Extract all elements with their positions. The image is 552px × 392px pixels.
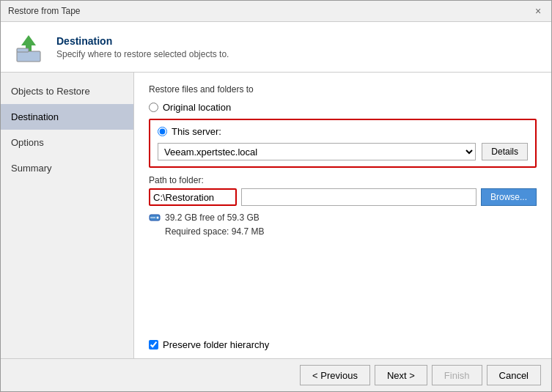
body-area: Objects to Restore Destination Options S… [1, 73, 551, 358]
header-icon [11, 29, 46, 64]
original-location-label[interactable]: Original location [163, 102, 231, 113]
footer: < Previous Next > Finish Cancel [1, 358, 551, 391]
section-label: Restore files and folders to [149, 84, 537, 95]
finish-button[interactable]: Finish [432, 365, 482, 385]
server-select[interactable]: Veeam.xpertstec.local [158, 143, 476, 160]
header-text: Destination Specify where to restore sel… [56, 35, 229, 59]
cancel-button[interactable]: Cancel [487, 365, 541, 385]
disk-icon [149, 212, 161, 223]
this-server-label[interactable]: This server: [172, 126, 221, 137]
sidebar-item-summary[interactable]: Summary [1, 155, 133, 181]
sidebar-item-options[interactable]: Options [1, 130, 133, 155]
preserve-label[interactable]: Preserve folder hierarchy [163, 339, 269, 350]
sidebar-item-objects-to-restore[interactable]: Objects to Restore [1, 78, 133, 104]
dialog: Restore from Tape × Destination Specify … [0, 0, 552, 392]
sidebar-item-destination[interactable]: Destination [1, 104, 133, 130]
original-location-radio[interactable] [149, 103, 158, 112]
header-title: Destination [56, 35, 229, 47]
this-server-row: This server: [158, 126, 528, 137]
svg-point-4 [157, 217, 159, 219]
original-location-row: Original location [149, 102, 537, 113]
header-area: Destination Specify where to restore sel… [1, 22, 551, 73]
sidebar: Objects to Restore Destination Options S… [1, 73, 134, 358]
required-space-text: Required space: 94.7 MB [165, 226, 537, 237]
preserve-checkbox[interactable] [149, 340, 158, 350]
path-input-highlighted[interactable] [149, 188, 237, 206]
disk-info: 39.2 GB free of 59.3 GB [149, 212, 537, 223]
svg-rect-2 [17, 48, 29, 52]
title-bar: Restore from Tape × [1, 1, 551, 22]
next-button[interactable]: Next > [375, 365, 427, 385]
content-area: Restore files and folders to Original lo… [134, 73, 551, 358]
this-server-radio[interactable] [158, 127, 167, 136]
path-label: Path to folder: [149, 175, 537, 185]
disk-free-text: 39.2 GB free of 59.3 GB [165, 212, 260, 223]
server-select-row: Veeam.xpertstec.local Details [158, 143, 528, 160]
preserve-row: Preserve folder hierarchy [149, 339, 537, 350]
previous-button[interactable]: < Previous [300, 365, 370, 385]
svg-rect-1 [17, 51, 40, 62]
server-box: This server: Veeam.xpertstec.local Detai… [149, 119, 537, 168]
browse-button[interactable]: Browse... [481, 188, 537, 206]
path-input-rest[interactable] [241, 188, 476, 206]
path-row: Path to folder: Browse... [149, 175, 537, 206]
path-input-row: Browse... [149, 188, 537, 206]
dialog-title: Restore from Tape [8, 6, 81, 16]
close-button[interactable]: × [532, 5, 544, 17]
details-button[interactable]: Details [482, 143, 528, 160]
header-subtitle: Specify where to restore selected object… [56, 49, 229, 59]
